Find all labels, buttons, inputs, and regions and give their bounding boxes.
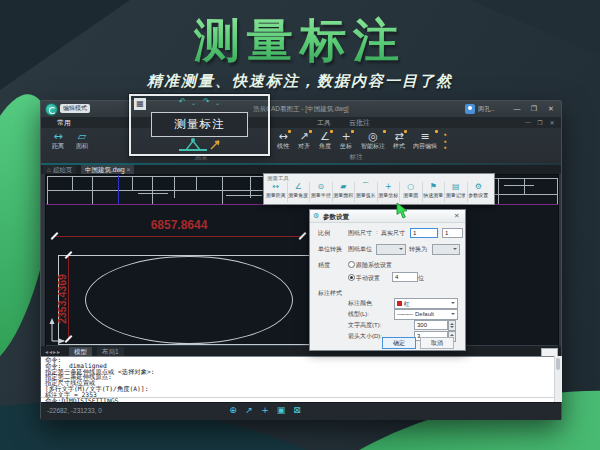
cursor-coordinates: -22682, -231233, 0: [47, 407, 102, 414]
cursor-icon: [395, 202, 409, 219]
manual-set-radio[interactable]: [348, 274, 355, 281]
coordinate-dim-icon: +: [336, 130, 356, 143]
drawing-canvas[interactable]: 6857.8644 2353.4369 测量工具 ↔: [45, 174, 559, 348]
follow-system-radio[interactable]: [348, 261, 355, 268]
ribbon-angle-dim-button[interactable]: ∠ 角度: [315, 130, 335, 150]
scale-paper-input[interactable]: [410, 228, 438, 238]
doc-minimize-button[interactable]: —: [523, 119, 533, 125]
measure-coordinate-button[interactable]: + 测量坐标: [378, 182, 401, 202]
dim-style-icon: ⇄: [389, 130, 409, 143]
linear-dim-icon: ↔: [273, 130, 293, 143]
maximize-button[interactable]: ❐: [528, 104, 540, 114]
close-button[interactable]: ✕: [545, 104, 557, 114]
doc-tab-drawing[interactable]: 中国建筑.dwg ×: [81, 165, 134, 174]
tab-cloud-annotation[interactable]: 云批注: [345, 118, 374, 128]
plan-line: [47, 176, 48, 204]
plan-line: [92, 176, 93, 204]
precision-digits-input[interactable]: [392, 272, 418, 282]
ribbon-aligned-dim-button[interactable]: ↗ 对齐: [294, 130, 314, 150]
redo-dropdown-icon[interactable]: ⌄: [215, 99, 220, 106]
measure-angle-button[interactable]: ∠ 测量角度: [288, 182, 311, 202]
area-icon: ▱: [71, 130, 93, 143]
tab-tools[interactable]: 工具: [313, 118, 335, 128]
undo-dropdown-icon[interactable]: ⌄: [191, 99, 196, 106]
tab-model[interactable]: 模型: [69, 347, 92, 356]
measure-area-button[interactable]: ▰ 测量面积: [333, 182, 356, 202]
dialog-close-icon[interactable]: ✕: [454, 212, 459, 220]
measure-annotate-tool-icon[interactable]: [175, 137, 223, 153]
ribbon-smart-dim-button[interactable]: ◎ 智能标注: [358, 130, 388, 150]
measure-tools-palette: 测量工具 ↔ 测量距离 ∠ 测量角度 ⊙ 测量半径 ▰ 测量面积: [263, 173, 495, 205]
text-height-label: 文字高度(T):: [348, 321, 381, 330]
dim-color-label: 标注颜色: [348, 299, 372, 308]
vertical-dimension-line: [68, 256, 69, 341]
tab-close-icon[interactable]: ×: [127, 166, 131, 173]
blue-grid-line: [118, 175, 119, 204]
app-window: 编辑模式 浩辰CAD看图王 - [中国建筑.dwg] 两孔.. — ❐ ✕ 常用…: [40, 100, 562, 420]
doc-close-button[interactable]: ✕: [547, 119, 557, 126]
measure-arc-button[interactable]: ⌒ 测量弧长: [355, 182, 378, 202]
plan-line: [72, 176, 73, 190]
measure-record-button[interactable]: ▤ 测量记录: [445, 182, 468, 202]
command-line-panel[interactable]: 命令: 命令: _dimaligned 指定第一条延伸线原点或 <选择对象>: …: [41, 356, 561, 403]
ribbon-area-button[interactable]: ▱ 面积: [71, 130, 93, 150]
layout-nav-arrows[interactable]: ◂◂▸▸: [45, 348, 61, 355]
doc-tab-startpage[interactable]: ⌂ 起始页: [43, 165, 76, 174]
plan-line: [138, 193, 168, 194]
digits-suffix-label: 位: [418, 274, 424, 283]
measure-angle-icon: ∠: [288, 182, 310, 192]
command-scrollbar-thumb[interactable]: [556, 358, 560, 370]
dialog-gear-icon: ⚙: [313, 212, 319, 220]
parameter-settings-button[interactable]: ⚙ 参数设置: [468, 182, 490, 202]
home-icon: ⌂: [47, 166, 51, 173]
measure-distance-button[interactable]: ↔ 测量距离: [265, 182, 288, 202]
ribbon-content-edit-button[interactable]: ≡ 内容编辑: [410, 130, 440, 150]
crosshair-icon[interactable]: +: [259, 405, 271, 415]
pan-icon[interactable]: ↗: [243, 405, 255, 415]
quick-measure-button[interactable]: ⚑ 快速测量: [423, 182, 446, 202]
ellipse-entity: [85, 256, 293, 344]
ribbon-tab-row: [41, 117, 561, 128]
plan-line: [557, 178, 558, 204]
redo-icon[interactable]: ↷: [203, 97, 210, 106]
follow-system-label: 跟随系统设置: [356, 261, 392, 270]
plan-line: [222, 176, 223, 204]
convert-to-combo[interactable]: [432, 244, 460, 255]
measure-radius-button[interactable]: ⊙ 测量半径: [310, 182, 333, 202]
app-logo-icon[interactable]: [45, 103, 58, 116]
text-height-input[interactable]: [414, 320, 448, 330]
annotation-style-label: 标注样式: [318, 289, 342, 298]
edit-mode-chip[interactable]: 编辑模式: [60, 104, 90, 113]
ribbon-overflow-icons[interactable]: ●●●: [441, 131, 449, 151]
window-glyph-icon: ▦: [134, 98, 146, 110]
content-edit-icon: ≡: [410, 130, 440, 143]
user-name[interactable]: 两孔..: [478, 105, 495, 114]
undo-icon[interactable]: ↶: [179, 97, 186, 106]
unit-conversion-label: 单位转换: [318, 245, 342, 254]
measure-circle-button[interactable]: ○ 测量圆: [400, 182, 423, 202]
cancel-button[interactable]: 取消: [420, 337, 454, 349]
minimize-button[interactable]: —: [511, 104, 523, 114]
ribbon-linear-dim-button[interactable]: ↔ 线性: [273, 130, 293, 150]
ribbon-dim-style-button[interactable]: ⇄ 样式: [389, 130, 409, 150]
fullscreen-icon[interactable]: ⊠: [291, 405, 303, 415]
dim-color-combo[interactable]: 红: [394, 298, 458, 309]
user-avatar[interactable]: [465, 104, 475, 114]
text-height-spinner[interactable]: [448, 320, 456, 331]
ok-button[interactable]: 确定: [382, 337, 416, 349]
quick-measure-icon: ⚑: [423, 182, 445, 192]
angle-dim-icon: ∠: [315, 130, 335, 143]
zoom-icon[interactable]: ⊕: [227, 405, 239, 415]
doc-restore-button[interactable]: ❐: [535, 119, 545, 126]
horizontal-dimension-line: [54, 236, 303, 237]
linetype-label: 线型(L):: [348, 310, 369, 319]
linetype-combo[interactable]: ——— Default: [394, 309, 458, 320]
paper-unit-combo[interactable]: [376, 244, 406, 255]
scale-real-input[interactable]: [442, 228, 463, 238]
horizontal-dimension-text: 6857.8644: [119, 218, 239, 232]
grid-icon[interactable]: ▣: [275, 405, 287, 415]
dialog-title: 参数设置: [323, 213, 349, 222]
ribbon-coordinate-dim-button[interactable]: + 坐标: [336, 130, 356, 150]
tab-layout1[interactable]: 布局1: [97, 347, 124, 356]
ribbon-distance-button[interactable]: ↔ 距离: [47, 130, 69, 150]
